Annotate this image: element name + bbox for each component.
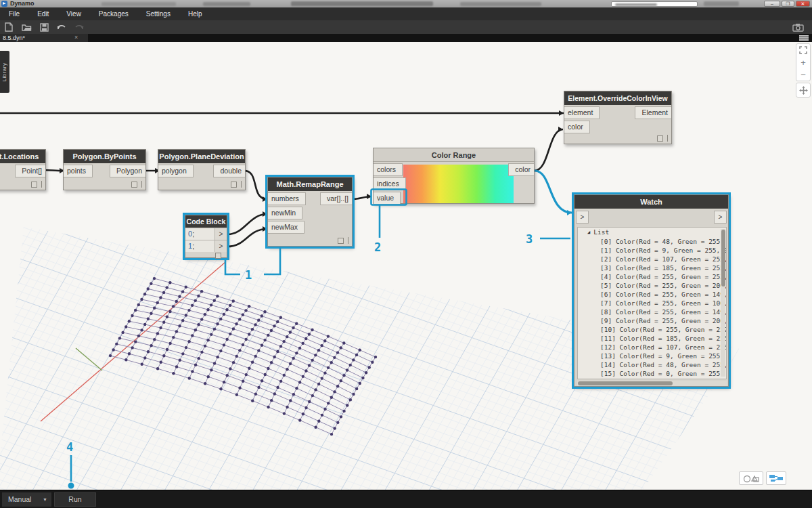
node-polygon-bypoints[interactable]: Polygon.ByPoints points Polygon (63, 149, 146, 190)
watch-row: [7] Color(Red = 255, Green = 100, (578, 299, 726, 308)
undo-icon[interactable] (53, 21, 70, 33)
library-tab-label: Library (2, 62, 8, 81)
run-mode-select[interactable]: Manual ▼ (2, 492, 51, 507)
watch-row: [2] Color(Red = 107, Green = 255, (578, 255, 726, 263)
output-port-var[interactable]: var[]..[] (320, 192, 352, 205)
zoom-in-button[interactable]: + (796, 56, 810, 68)
tab-close-icon[interactable]: × (74, 34, 78, 41)
graph-view-button[interactable] (766, 471, 786, 485)
input-port-points[interactable]: points (64, 165, 93, 177)
output-port-0[interactable]: > (215, 228, 227, 240)
scrollbar-thumb[interactable] (578, 381, 673, 385)
node-code-block[interactable]: Code Block 0; > 1; > (185, 215, 227, 258)
lacing-indicator (41, 181, 43, 188)
preview-checkbox[interactable] (657, 135, 663, 142)
node-color-range[interactable]: Color Range colors color indices value (373, 148, 535, 204)
open-file-icon[interactable] (18, 21, 35, 33)
tab-strip: 8.5.dyn* × (0, 34, 812, 42)
blurred-text (291, 1, 433, 6)
node-element-locations[interactable]: t.Locations Point[] (0, 149, 46, 190)
watch-row: [0] Color(Red = 48, Green = 255, (578, 237, 726, 246)
scrollbar-thumb[interactable] (721, 230, 725, 287)
fit-view-icon[interactable] (796, 44, 810, 56)
node-title: Element.OverrideColorInView (564, 91, 671, 105)
input-port-numbers[interactable]: numbers (268, 192, 306, 205)
watch-horizontal-scrollbar[interactable] (577, 381, 727, 386)
camera-export-icon[interactable] (789, 21, 807, 33)
watch-row: [8] Color(Red = 255, Green = 149, (578, 308, 726, 316)
node-math-remaprange[interactable]: Math.RemapRange numbers var[]..[] newMin… (267, 177, 353, 247)
input-port-value[interactable]: value (374, 192, 401, 205)
search-box[interactable] (611, 1, 698, 7)
input-port-newmax[interactable]: newMax (268, 221, 304, 234)
menu-edit[interactable]: Edit (28, 7, 58, 20)
menu-view[interactable]: View (58, 7, 90, 20)
node-element-overridecolorinview[interactable]: Element.OverrideColorInView element Elem… (564, 91, 672, 144)
output-port-1[interactable]: > (215, 240, 227, 252)
node-polygon-planedeviation[interactable]: Polygon.PlaneDeviation polygon double (158, 149, 246, 190)
watch-row: [10] Color(Red = 255, Green = 252 (578, 325, 726, 334)
minimize-button[interactable]: – (764, 1, 780, 7)
tab-label: 8.5.dyn* (3, 34, 25, 42)
node-title: Polygon.ByPoints (64, 150, 145, 163)
new-file-icon[interactable] (0, 21, 18, 33)
save-icon[interactable] (35, 21, 53, 33)
library-tab[interactable]: Library (0, 51, 9, 93)
annotation-1: 1 (245, 268, 252, 282)
lacing-indicator (348, 237, 349, 244)
input-port-color[interactable]: color (564, 121, 590, 133)
preview-checkbox[interactable] (131, 182, 137, 188)
watch-list[interactable]: ◢List[0] Color(Red = 48, Green = 255,[1]… (577, 227, 727, 379)
preview-checkbox[interactable] (338, 238, 344, 244)
graph-canvas[interactable]: Library t.Locations Point[] Polygon.ByPo… (0, 42, 812, 490)
output-port-double[interactable]: double (213, 165, 245, 177)
zoom-out-button[interactable]: − (796, 68, 810, 81)
maximize-button[interactable]: ❐ (782, 1, 794, 7)
output-port-color[interactable]: color (508, 163, 534, 176)
code-line[interactable]: 0; (185, 228, 215, 240)
geometry-view-button[interactable] (739, 471, 763, 485)
watch-row: ◢List (578, 228, 726, 237)
preview-checkbox[interactable] (215, 253, 221, 259)
watch-input-port[interactable]: > (576, 211, 589, 224)
expander-triangle-icon[interactable]: ◢ (587, 228, 590, 237)
node-title: Math.RemapRange (268, 177, 352, 191)
lacing-indicator (667, 135, 669, 142)
preview-checkbox[interactable] (31, 182, 37, 188)
tab-85dyn[interactable]: 8.5.dyn* × (0, 34, 88, 42)
run-button[interactable]: Run (54, 492, 96, 507)
lacing-indicator (141, 181, 143, 188)
input-port-polygon[interactable]: polygon (158, 165, 194, 177)
watch-output-port[interactable]: > (714, 211, 727, 224)
watch-row: [14] Color(Red = 48, Green = 255, (578, 360, 726, 369)
output-port-point[interactable]: Point[] (15, 165, 45, 177)
watch-row: [4] Color(Red = 255, Green = 252, (578, 272, 726, 281)
run-bar: Manual ▼ Run (0, 490, 812, 508)
menu-hamburger-icon[interactable] (799, 35, 809, 41)
redo-icon[interactable] (70, 21, 88, 33)
node-graph-icon (769, 474, 784, 482)
node-title: Color Range (374, 148, 534, 162)
code-line[interactable]: 1; (185, 240, 215, 252)
pan-button[interactable] (796, 83, 811, 98)
menu-file[interactable]: File (0, 7, 28, 20)
watch-vertical-scrollbar[interactable] (721, 229, 725, 377)
menu-help[interactable]: Help (179, 7, 211, 20)
close-button[interactable]: ✕ (796, 1, 810, 7)
node-watch[interactable]: Watch > > ◢List[0] Color(Red = 48, Green… (574, 194, 729, 387)
menu-packages[interactable]: Packages (90, 7, 137, 20)
preview-checkbox[interactable] (231, 182, 237, 188)
input-port-indices[interactable]: indices (374, 177, 406, 190)
input-port-newmin[interactable]: newMin (268, 207, 302, 219)
menu-settings[interactable]: Settings (137, 7, 179, 20)
menu-bar: File Edit View Packages Settings Help (0, 7, 812, 20)
annotation-3: 3 (526, 232, 533, 246)
output-port-polygon[interactable]: Polygon (110, 165, 145, 177)
blurred-text (102, 2, 176, 6)
annotation-2: 2 (374, 240, 381, 254)
output-port-element[interactable]: Element (635, 106, 671, 119)
input-port-element[interactable]: element (564, 106, 600, 119)
input-port-colors[interactable]: colors (374, 163, 403, 176)
watch-row: [11] Color(Red = 185, Green = 255 (578, 334, 726, 343)
blurred-icons (704, 1, 739, 6)
